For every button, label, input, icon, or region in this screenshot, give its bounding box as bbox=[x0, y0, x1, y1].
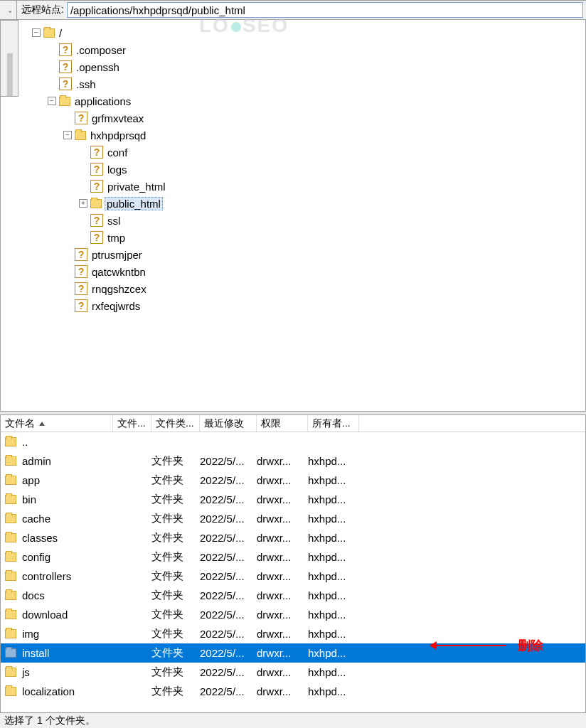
file-date: 2022/5/... bbox=[200, 647, 257, 659]
tree-node[interactable]: logs bbox=[32, 161, 585, 178]
file-date: 2022/5/... bbox=[200, 609, 257, 621]
folder-icon bbox=[5, 514, 16, 523]
col-owner[interactable]: 所有者... bbox=[308, 415, 359, 432]
file-type: 文件夹 bbox=[151, 493, 200, 506]
tree-label: .composer bbox=[75, 44, 127, 56]
tree-node[interactable]: conf bbox=[32, 144, 585, 161]
col-date[interactable]: 最近修改 bbox=[200, 415, 257, 432]
folder-icon bbox=[5, 610, 16, 619]
col-perm[interactable]: 权限 bbox=[257, 415, 308, 432]
tree-node[interactable]: rnqgshzcex bbox=[32, 280, 585, 297]
unknown-folder-icon bbox=[90, 214, 103, 227]
file-date: 2022/5/... bbox=[200, 493, 257, 505]
tree-toggle-icon[interactable]: − bbox=[48, 97, 56, 105]
file-name: cache bbox=[22, 513, 50, 525]
file-owner: hxhpd... bbox=[308, 513, 359, 525]
file-date: 2022/5/... bbox=[200, 532, 257, 544]
tree-node[interactable]: grfmxvteax bbox=[32, 109, 585, 127]
tree-label: ssl bbox=[106, 215, 122, 227]
file-list-pane[interactable]: 文件名 文件... 文件类... 最近修改 权限 所有者... ..admin文… bbox=[0, 415, 586, 712]
list-header[interactable]: 文件名 文件... 文件类... 最近修改 权限 所有者... bbox=[1, 415, 585, 432]
list-row[interactable]: bin文件夹2022/5/...drwxr...hxhpd... bbox=[1, 490, 585, 509]
file-perm: drwxr... bbox=[257, 589, 308, 601]
tree-label: ptrusmjper bbox=[90, 249, 144, 261]
file-name: admin bbox=[22, 455, 51, 467]
tree-node[interactable]: −hxhpdprsqd bbox=[32, 127, 585, 144]
folder-icon bbox=[5, 591, 16, 600]
col-type[interactable]: 文件类... bbox=[151, 415, 200, 432]
file-date: 2022/5/... bbox=[200, 589, 257, 601]
main-split: −/.composer.openssh.ssh−applicationsgrfm… bbox=[0, 20, 586, 712]
file-name: download bbox=[22, 609, 68, 621]
remote-path-input[interactable] bbox=[67, 2, 583, 18]
tree-node[interactable]: .openssh bbox=[32, 58, 585, 75]
list-row[interactable]: localization文件夹2022/5/...drwxr...hxhpd..… bbox=[1, 682, 585, 701]
tree-root[interactable]: −/ bbox=[32, 24, 585, 41]
file-perm: drwxr... bbox=[257, 493, 308, 505]
tree-label: logs bbox=[106, 164, 129, 176]
file-owner: hxhpd... bbox=[308, 570, 359, 582]
list-row[interactable]: img文件夹2022/5/...drwxr...hxhpd... bbox=[1, 624, 585, 643]
file-type: 文件夹 bbox=[151, 473, 200, 487]
folder-icon bbox=[5, 552, 16, 562]
unknown-folder-icon bbox=[90, 180, 103, 193]
list-row[interactable]: install文件夹2022/5/...drwxr...hxhpd... bbox=[1, 643, 585, 663]
tree-node[interactable]: −applications bbox=[32, 92, 585, 109]
file-type: 文件夹 bbox=[151, 685, 200, 698]
file-owner: hxhpd... bbox=[308, 493, 359, 505]
tree-node[interactable]: ptrusmjper bbox=[32, 246, 585, 263]
file-perm: drwxr... bbox=[257, 570, 308, 582]
remote-tree-pane[interactable]: −/.composer.openssh.ssh−applicationsgrfm… bbox=[0, 20, 586, 411]
file-perm: drwxr... bbox=[257, 685, 308, 697]
unknown-folder-icon bbox=[90, 163, 103, 176]
file-type: 文件夹 bbox=[151, 569, 200, 583]
list-row[interactable]: js文件夹2022/5/...drwxr...hxhpd... bbox=[1, 663, 585, 682]
tree-label: hxhpdprsqd bbox=[89, 129, 147, 141]
list-row[interactable]: app文件夹2022/5/...drwxr...hxhpd... bbox=[1, 471, 585, 490]
folder-icon bbox=[5, 648, 16, 658]
folder-icon bbox=[5, 629, 16, 638]
file-perm: drwxr... bbox=[257, 647, 308, 659]
tree-node[interactable]: private_html bbox=[32, 178, 585, 195]
file-owner: hxhpd... bbox=[308, 685, 359, 697]
folder-icon bbox=[5, 668, 16, 677]
file-perm: drwxr... bbox=[257, 474, 308, 486]
col-size[interactable]: 文件... bbox=[113, 415, 151, 432]
col-name[interactable]: 文件名 bbox=[1, 415, 113, 432]
tree-node[interactable]: qatcwkntbn bbox=[32, 263, 585, 280]
list-row[interactable]: classes文件夹2022/5/...drwxr...hxhpd... bbox=[1, 528, 585, 547]
tree-toggle-icon[interactable]: + bbox=[79, 199, 87, 208]
file-name: config bbox=[22, 551, 50, 563]
list-row[interactable]: .. bbox=[1, 432, 585, 451]
folder-icon bbox=[90, 199, 102, 208]
file-name: localization bbox=[22, 685, 75, 697]
tree-toggle-icon[interactable]: − bbox=[63, 131, 72, 139]
tree-label: .openssh bbox=[75, 61, 121, 73]
chevron-down-icon[interactable]: ⌄ bbox=[3, 1, 17, 19]
list-row[interactable]: admin文件夹2022/5/...drwxr...hxhpd... bbox=[1, 451, 585, 471]
file-name: classes bbox=[22, 532, 58, 544]
file-owner: hxhpd... bbox=[308, 474, 359, 486]
tree-node[interactable]: .ssh bbox=[32, 75, 585, 92]
file-name: js bbox=[22, 666, 30, 678]
tree-node[interactable]: .composer bbox=[32, 41, 585, 58]
tree-node[interactable]: ssl bbox=[32, 212, 585, 229]
list-row[interactable]: docs文件夹2022/5/...drwxr...hxhpd... bbox=[1, 586, 585, 605]
tree-node[interactable]: rxfeqjwrds bbox=[32, 297, 585, 314]
tree-label: grfmxvteax bbox=[90, 112, 145, 124]
unknown-folder-icon bbox=[59, 60, 72, 73]
tree-label: private_html bbox=[106, 181, 167, 193]
list-row[interactable]: config文件夹2022/5/...drwxr...hxhpd... bbox=[1, 547, 585, 567]
file-type: 文件夹 bbox=[151, 454, 200, 468]
list-row[interactable]: controllers文件夹2022/5/...drwxr...hxhpd... bbox=[1, 567, 585, 586]
file-date: 2022/5/... bbox=[200, 455, 257, 467]
file-perm: drwxr... bbox=[257, 455, 308, 467]
list-row[interactable]: cache文件夹2022/5/...drwxr...hxhpd... bbox=[1, 509, 585, 528]
tree-label: rnqgshzcex bbox=[90, 283, 148, 295]
file-owner: hxhpd... bbox=[308, 647, 359, 659]
list-row[interactable]: download文件夹2022/5/...drwxr...hxhpd... bbox=[1, 605, 585, 624]
tree-node[interactable]: tmp bbox=[32, 229, 585, 246]
tree-label: applications bbox=[73, 95, 132, 107]
unknown-folder-icon bbox=[75, 112, 87, 124]
tree-node[interactable]: +public_html bbox=[32, 195, 585, 212]
